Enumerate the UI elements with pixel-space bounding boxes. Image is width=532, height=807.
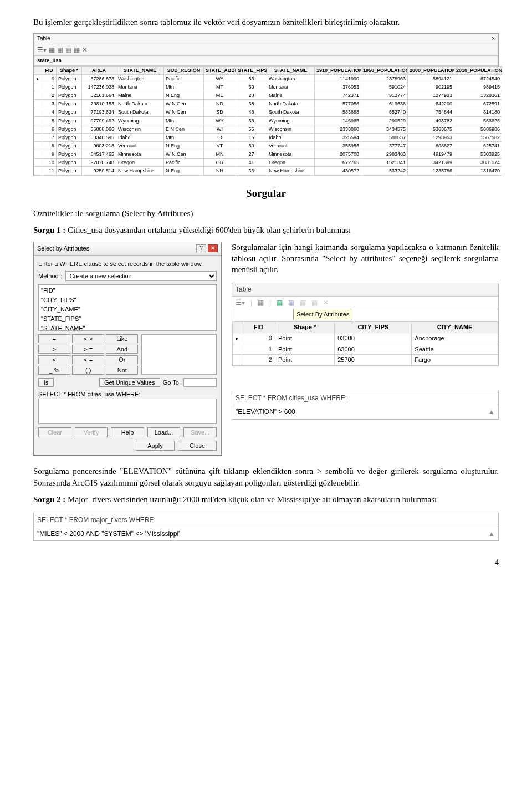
menu-icon[interactable]: ☰▾	[37, 45, 47, 54]
values-listbox[interactable]	[141, 334, 217, 375]
get-unique-values-button[interactable]: Get Unique Values	[99, 378, 160, 387]
header-cell[interactable]: STATE_ABBR	[204, 66, 236, 74]
scroll-up-icon[interactable]: ▲	[488, 407, 495, 416]
sorgu1-text: Cities_usa dosyasından ortalama yüksekli…	[68, 226, 351, 234]
header-cell[interactable]: AREA	[82, 66, 116, 74]
table-row[interactable]: ▸0Polygon67286.878WashingtonPacificWA53W…	[34, 74, 502, 83]
table-row[interactable]: 11Polygon9259.514New HampshireN EngNH33N…	[34, 167, 502, 175]
table-tab[interactable]: state_usa	[34, 56, 498, 66]
field-item[interactable]: "CITY_NAME"	[41, 305, 214, 314]
table-row[interactable]: 4Polygon77193.624South DakotaW N CenSD46…	[34, 108, 502, 116]
cell: 1	[42, 83, 57, 91]
toolbar-icon[interactable]: ✕	[82, 45, 88, 54]
header-cell[interactable]: CITY_NAME	[412, 321, 498, 333]
operator-button[interactable]: Like	[106, 334, 138, 343]
table-row[interactable]: 2Point25700Fargo	[233, 355, 498, 366]
cell: 902195	[408, 83, 454, 91]
cities-table-panel: Table ☰▾ | ▦ | ▦ ▦ ▦ ▦ ✕ Select By Attri…	[232, 283, 499, 366]
operator-button[interactable]: =	[38, 334, 70, 343]
operator-button[interactable]: <	[38, 355, 70, 364]
save--button[interactable]: Save...	[183, 427, 217, 437]
table-row[interactable]: 5Polygon97799.492WyomingMtnWY56Wyoming14…	[34, 116, 502, 125]
operator-button[interactable]: _ %	[38, 366, 70, 375]
cell: Washington	[116, 74, 164, 83]
cell: 32161.664	[82, 91, 116, 100]
where-textbox[interactable]	[38, 399, 217, 424]
operator-button[interactable]: < >	[72, 334, 104, 343]
cell: WY	[204, 116, 236, 125]
operator-button[interactable]: > =	[72, 345, 104, 354]
operator-button[interactable]: Or	[106, 355, 138, 364]
cell: 814180	[454, 108, 502, 116]
sql-expression[interactable]: "ELEVATION" > 600	[236, 407, 295, 416]
table-row[interactable]: 7Polygon83340.595IdahoMtnID16Idaho325594…	[34, 133, 502, 141]
sorgu2-paragraph: Sorgu 2 : Major_rivers verisinden uzunlu…	[33, 494, 499, 505]
cell: 46	[236, 108, 267, 116]
close-button[interactable]: Close	[178, 441, 217, 451]
operator-grid: =< >Like>> =And<< =Or_ %( )Not	[38, 334, 138, 375]
cell: 83340.595	[82, 133, 116, 141]
cell: 754844	[408, 108, 454, 116]
header-cell[interactable]: 2000_POPULATION	[408, 66, 454, 74]
table-row[interactable]: 6Polygon56088.066WisconsinE N CenWI55Wis…	[34, 125, 502, 133]
table-row[interactable]: 9Polygon84517.465MinnesotaW N CenMN27Min…	[34, 150, 502, 159]
load--button[interactable]: Load...	[147, 427, 181, 437]
toolbar-icon[interactable]: ▦	[65, 45, 71, 54]
field-item[interactable]: "CITY_FIPS"	[41, 295, 214, 305]
operator-button[interactable]: >	[38, 345, 70, 354]
cell: Point	[275, 344, 334, 355]
toolbar-icon[interactable]: ▦	[74, 45, 80, 54]
header-cell[interactable]: FID	[242, 321, 275, 333]
toolbar-icon[interactable]: ▦	[49, 45, 55, 54]
cities-data-table: FID Shape * CITY_FIPS CITY_NAME ▸0Point0…	[232, 321, 498, 366]
table-row[interactable]: 8Polygon9603.218VermontN EngVT50Vermont3…	[34, 142, 502, 150]
table-row[interactable]: 1Polygon147236.028MontanaMtnMT30Montana3…	[34, 83, 502, 91]
cell	[34, 100, 42, 108]
operator-button[interactable]: Not	[106, 366, 138, 375]
header-cell[interactable]: STATE_FIPS	[236, 66, 267, 74]
table-row[interactable]: 3Polygon70810.153North DakotaW N CenND38…	[34, 100, 502, 108]
table-row[interactable]: 2Polygon32161.664MaineN EngME23Maine7423…	[34, 91, 502, 100]
cell: Maine	[116, 91, 164, 100]
toolbar-icon[interactable]: ▦	[288, 298, 294, 307]
header-cell[interactable]: SUB_REGION	[164, 66, 204, 74]
toolbar-icon[interactable]: ▦	[300, 298, 306, 307]
header-cell[interactable]: STATE_NAME	[116, 66, 164, 74]
operator-button[interactable]: < =	[72, 355, 104, 364]
scroll-up-icon[interactable]: ▲	[488, 529, 495, 538]
table-row[interactable]: ▸0Point03000Anchorage	[233, 333, 498, 344]
field-item[interactable]: "STATE_FIPS"	[41, 314, 214, 324]
header-cell[interactable]: 1950_POPULATION	[361, 66, 408, 74]
fields-listbox[interactable]: "FID""CITY_FIPS""CITY_NAME""STATE_FIPS""…	[38, 284, 217, 331]
toolbar-icon[interactable]: ▦	[258, 298, 264, 307]
field-item[interactable]: "FID"	[41, 286, 214, 295]
operator-button[interactable]: And	[106, 345, 138, 354]
header-cell[interactable]: Shape *	[275, 321, 334, 333]
cell: Oregon	[116, 159, 164, 167]
clear-button[interactable]: Clear	[38, 427, 71, 437]
help-button[interactable]: Help	[111, 427, 144, 437]
close-icon[interactable]: ✕	[208, 244, 218, 252]
is-button[interactable]: Is	[38, 378, 54, 387]
header-cell[interactable]: STATE_NAME	[267, 66, 315, 74]
cell: 1274923	[408, 91, 454, 100]
toolbar-icon[interactable]: ▦	[57, 45, 63, 54]
close-icon[interactable]: ✕	[323, 298, 329, 307]
cell: 3434575	[361, 125, 408, 133]
sql-expression[interactable]: "MILES" < 2000 AND "SYSTEM" <> 'Mississi…	[37, 529, 180, 538]
table-row[interactable]: 1Point63000Seattle	[233, 344, 498, 355]
toolbar-icon[interactable]: ▦	[311, 298, 318, 307]
header-cell[interactable]: CITY_FIPS	[335, 321, 412, 333]
goto-input[interactable]	[183, 378, 217, 387]
verify-button[interactable]: Verify	[75, 427, 108, 437]
apply-button[interactable]: Apply	[136, 441, 175, 451]
header-cell[interactable]: 1910_POPULATION	[315, 66, 361, 74]
header-cell[interactable]: 2010_POPULATION	[454, 66, 502, 74]
operator-button[interactable]: ( )	[72, 366, 104, 375]
method-select[interactable]: Create a new selection	[65, 271, 217, 281]
help-icon[interactable]: ?	[196, 244, 206, 252]
table-row[interactable]: 10Polygon97070.748OregonPacificOR41Orego…	[34, 159, 502, 167]
close-icon[interactable]: ×	[492, 35, 495, 43]
menu-icon[interactable]: ☰▾	[236, 298, 245, 307]
select-by-attributes-icon[interactable]: ▦	[277, 298, 283, 307]
